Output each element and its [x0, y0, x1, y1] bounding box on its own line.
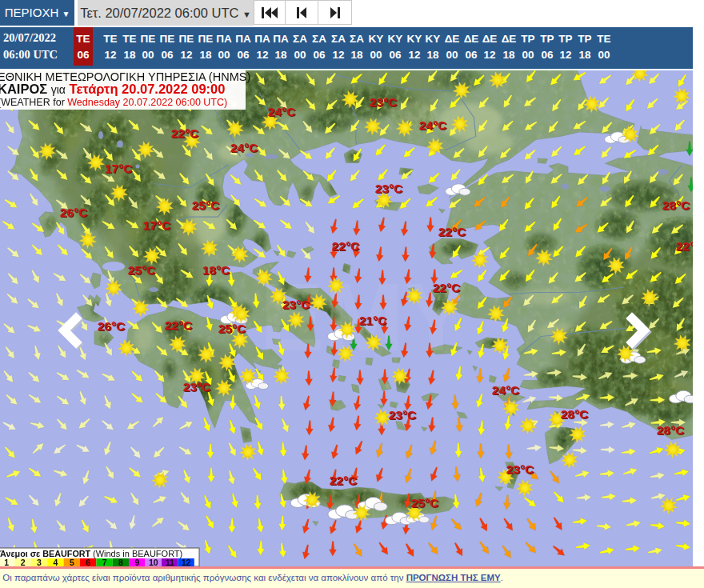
- svg-text:23°C: 23°C: [389, 408, 416, 422]
- svg-text:25°C: 25°C: [218, 322, 246, 335]
- svg-text:2: 2: [21, 558, 26, 567]
- svg-text:12: 12: [182, 558, 191, 567]
- svg-text:18°C: 18°C: [202, 263, 230, 277]
- svg-text:23°C: 23°C: [375, 182, 402, 195]
- svg-text:22°C: 22°C: [330, 474, 357, 487]
- svg-text:5: 5: [70, 558, 74, 567]
- svg-text:24°C: 24°C: [268, 105, 295, 118]
- svg-text:25°C: 25°C: [192, 198, 219, 212]
- svg-text:3: 3: [37, 558, 42, 567]
- svg-text:26°C: 26°C: [98, 319, 125, 333]
- svg-text:(WEATHER for Wednesday 20.07.2: (WEATHER for Wednesday 20.07.2022 06:00 …: [0, 97, 227, 108]
- svg-text:22°C: 22°C: [438, 225, 466, 238]
- svg-text:28°C: 28°C: [657, 423, 684, 437]
- svg-text:ΚΑΙΡΟΣ για Τετάρτη 20.07.2022: ΚΑΙΡΟΣ για Τετάρτη 20.07.2022 09:00: [0, 82, 225, 96]
- svg-text:22°C: 22°C: [165, 318, 192, 332]
- svg-text:25°C: 25°C: [411, 496, 438, 510]
- svg-text:24°C: 24°C: [230, 141, 258, 154]
- svg-text:25°C: 25°C: [128, 263, 155, 277]
- svg-text:17°C: 17°C: [105, 162, 132, 175]
- svg-text:1: 1: [4, 558, 9, 567]
- svg-text:17°C: 17°C: [143, 218, 170, 232]
- svg-text:23°C: 23°C: [370, 95, 397, 109]
- svg-text:23°C: 23°C: [282, 298, 310, 311]
- svg-text:22°C: 22°C: [171, 126, 198, 140]
- svg-text:26°C: 26°C: [60, 206, 87, 219]
- svg-text:11: 11: [166, 558, 174, 567]
- svg-text:23°C: 23°C: [183, 380, 210, 394]
- svg-text:28°C: 28°C: [561, 407, 588, 421]
- svg-text:Άνεμοι σε BEAUFORT: Άνεμοι σε BEAUFORT: [0, 549, 91, 558]
- svg-text:24°C: 24°C: [492, 383, 519, 397]
- svg-text:28°C: 28°C: [662, 198, 690, 212]
- svg-text:4: 4: [53, 558, 58, 567]
- svg-text:24°C: 24°C: [419, 118, 446, 132]
- svg-text:21°C: 21°C: [359, 314, 386, 327]
- svg-text:22°C: 22°C: [332, 239, 359, 253]
- svg-text:6: 6: [86, 558, 90, 567]
- svg-text:22°C: 22°C: [433, 281, 460, 294]
- svg-text:23°C: 23°C: [506, 462, 534, 476]
- svg-text:22°C: 22°C: [676, 239, 693, 253]
- svg-text:7: 7: [102, 558, 107, 567]
- svg-text:8: 8: [118, 558, 123, 567]
- svg-text:10: 10: [149, 558, 158, 567]
- svg-text:9: 9: [134, 558, 139, 567]
